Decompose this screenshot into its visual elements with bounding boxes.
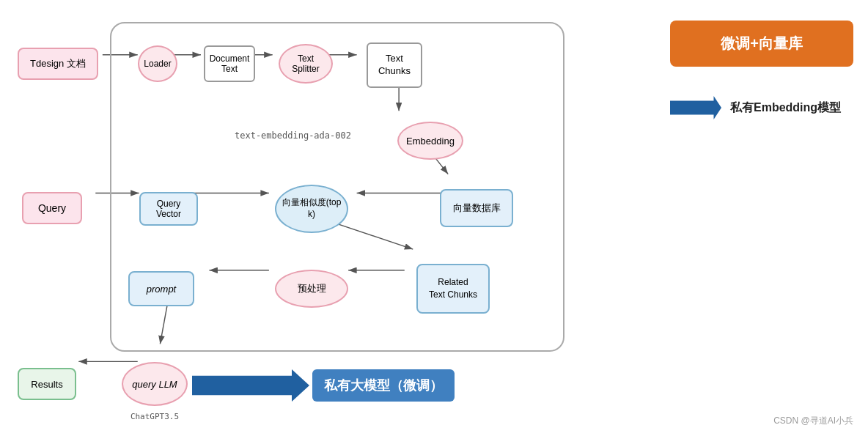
right-panel: 微调+向量库 私有Embedding模型: [670, 21, 853, 149]
text-chunks-node: Text Chunks: [367, 43, 422, 88]
tdesign-node: Tdesign 文档: [18, 48, 98, 80]
related-text-node: Related Text Chunks: [416, 264, 490, 314]
query-node: Query: [22, 192, 82, 224]
private-model-label: 私有大模型（微调）: [312, 369, 455, 402]
private-model-arrow: 私有大模型（微调）: [192, 369, 455, 402]
text-splitter-node: Text Splitter: [279, 44, 333, 84]
loader-node: Loader: [138, 45, 177, 82]
preprocessing-node: 预处理: [275, 270, 348, 308]
orange-box: 微调+向量库: [670, 21, 853, 67]
watermark: CSDN @寻道AI小兵: [773, 415, 853, 427]
embedding-blue-arrow: [670, 96, 721, 119]
vector-db-node: 向量数据库: [440, 189, 513, 227]
embedding-model-label: text-embedding-ada-002: [235, 130, 351, 141]
document-text-node: Document Text: [204, 45, 255, 82]
big-blue-arrow-shape: [192, 369, 309, 402]
chatgpt-label: ChatGPT3.5: [122, 409, 188, 424]
query-llm-node: query LLM: [122, 362, 188, 406]
query-vector-node: Query Vector: [139, 192, 198, 226]
results-node: Results: [18, 368, 76, 400]
prompt-node: prompt: [128, 271, 194, 306]
embedding-arrow-row: 私有Embedding模型: [670, 96, 853, 119]
similarity-node: 向量相似度(top k): [275, 185, 348, 233]
embedding-side-label: 私有Embedding模型: [730, 100, 841, 116]
diagram-container: Tdesign 文档 Loader Document Text Text Spl…: [7, 7, 608, 425]
embedding-node: Embedding: [397, 122, 463, 160]
